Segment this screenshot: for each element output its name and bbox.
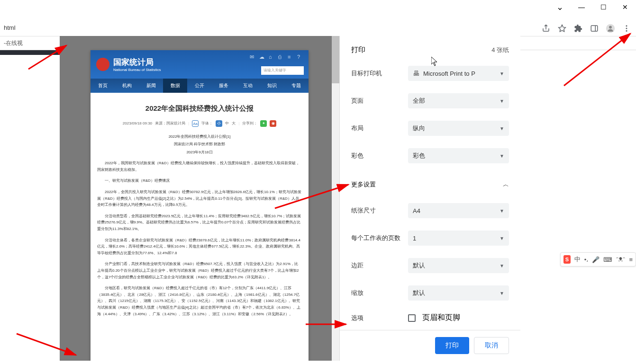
paper-size-select[interactable]: A4 ▼ [408,203,509,218]
destination-value: Microsoft Print to P [423,70,475,77]
printer-icon: 🖶 [413,70,419,77]
article-date: 2023/09/18 09:30 [123,120,152,127]
profile-icon[interactable] [606,24,615,33]
share-label: 分享到： [242,120,257,127]
ime-punct-icon[interactable]: •، [584,256,589,263]
sogou-logo-icon[interactable]: S [563,255,571,264]
chevron-down-icon: ▼ [500,236,504,241]
article-subtitle-3: 2023年9月18日 [97,149,302,156]
ime-lang-button[interactable]: 中 [574,255,581,264]
site-nav-item: 知识 [260,79,284,93]
svg-rect-1 [591,26,598,31]
cancel-button[interactable]: 取消 [474,337,509,354]
paper-size-label: 纸张尺寸 [351,206,408,215]
paper-size-value: A4 [413,207,420,214]
weibo-icon: ◉ [270,120,276,127]
article-source: 来源：国家统计局 [155,120,185,127]
print-dialog: 打印 4 张纸 目标打印机 🖶 Microsoft Print to P ▼ 页… [339,36,520,361]
help-icon: ? [297,54,303,60]
article-meta: 2023/09/18 09:30 来源：国家统计局 | Aa 字体： 小 中 大… [97,120,302,127]
ime-voice-icon[interactable]: 🎤 [592,256,600,263]
color-value: 彩色 [413,151,425,160]
scale-value: 默认 [413,289,425,297]
scale-label: 缩放 [351,289,408,297]
extensions-icon[interactable] [573,24,583,33]
window-close-button[interactable]: ✕ [614,0,636,14]
chevron-down-icon: ▼ [500,263,504,268]
menu-icon[interactable] [622,24,631,33]
margins-label: 边距 [351,261,408,270]
print-button[interactable]: 打印 [435,337,469,354]
site-nav-item: 数据 [163,79,187,93]
site-name-cn: 国家统计局 [113,58,154,67]
svg-marker-0 [559,25,566,32]
site-nav-item: 公开 [187,79,211,93]
more-settings-label: 更多设置 [351,180,376,189]
pages-label: 页面 [351,97,408,105]
scale-select[interactable]: 默认 ▼ [408,285,509,301]
wechat-icon: ✦ [260,120,267,127]
preview-scrollbar-thumb[interactable] [332,36,339,83]
preview-page-1: 国家统计局 National Bureau of Statistics ✉ ☁ … [91,50,309,361]
chevron-down-icon: ▼ [500,153,504,159]
print-icon: ⎙ [278,54,284,60]
article-paragraph: 分活动类型看，全国基础研究经费2023.5亿元，比上年增长11.4%；应用研究经… [97,213,302,232]
article-title: 2022年全国科技经费投入统计公报 [97,102,302,115]
margins-select[interactable]: 默认 ▼ [408,258,509,273]
print-title: 打印 [351,45,365,54]
mail-icon: ✉ [250,54,255,60]
bubble-icon: ☁ [259,54,265,60]
site-header: 国家统计局 National Bureau of Statistics ✉ ☁ … [91,50,309,79]
font-large-button: 大 [232,120,236,127]
site-nav-item: 互动 [236,79,260,93]
color-label: 彩色 [351,151,408,160]
site-name-en: National Bureau of Statistics [113,68,161,72]
destination-select[interactable]: 🖶 Microsoft Print to P ▼ [408,66,509,81]
window-maximize-button[interactable]: ☐ [592,0,614,14]
tab-label: -在线视 [4,39,23,47]
star-icon[interactable] [557,24,567,33]
ime-menu-icon[interactable]: ≡ [629,256,633,263]
window-chevron-icon[interactable]: ⌄ [549,0,571,14]
pages-per-sheet-label: 每个工作表的页数 [351,234,408,242]
sidepanel-icon[interactable] [590,24,599,33]
site-nav-item: 机构 [115,79,139,93]
print-dialog-footer: 打印 取消 [340,330,520,361]
options-label: 选项 [351,314,408,322]
pages-per-sheet-select[interactable]: 1 ▼ [408,231,509,246]
url-fragment: html [4,24,16,31]
preview-scrollbar-track[interactable] [332,36,339,361]
ime-keyboard-icon[interactable]: ⌨ [603,256,612,263]
layout-select[interactable]: 纵向 ▼ [408,121,509,136]
window-minimize-button[interactable]: — [571,0,592,14]
site-logo-icon [96,58,109,71]
headers-footers-label: 页眉和页脚 [422,313,460,323]
site-header-icons: ✉ ☁ ⌂ ⎙ ≡ ? [250,54,303,60]
article-paragraph: 分活动主体看，各类企业研究与试验发展（R&D）经费23878.6亿元，比上年增长… [97,237,302,257]
font-small-button: 小 [216,120,222,127]
print-preview-pane: 国家统计局 National Bureau of Statistics ✉ ☁ … [60,36,339,361]
article-paragraph: 2022年，全国共投入研究与试验发展（R&D）经费30782.9亿元，比上年增加… [97,189,302,208]
article-paragraph: 分地区看，研究与试验发展（R&D）经费投入超过千亿元的省（市）有12个，分别为广… [97,285,302,317]
share-icon[interactable] [541,24,551,33]
site-search-input: 请输入关键字 [261,66,304,75]
more-settings-toggle[interactable]: 更多设置 ︿ [351,176,509,194]
article-paragraph: 2022年，我国研究与试验发展（R&D）经费投入继续保持较快增长，投入强度持续提… [97,160,302,173]
destination-label: 目标打印机 [351,69,408,78]
ime-toolbar[interactable]: S 中 •، 🎤 ⌨ ᵔᴥᵔ ≡ [560,252,636,266]
home-icon: ⌂ [269,54,274,60]
window-controls: ⌄ — ☐ ✕ [549,0,636,14]
layout-value: 纵向 [413,124,425,133]
chevron-up-icon: ︿ [503,180,509,189]
article-paragraph: 一、研究与试验发展（R&D）经费情况 [97,178,302,184]
font-aa-icon: Aa [192,120,199,127]
site-nav-item: 首页 [91,79,115,93]
pages-select[interactable]: 全部 ▼ [408,93,509,108]
headers-footers-checkbox[interactable] [408,314,416,322]
chevron-down-icon: ▼ [500,208,504,213]
color-select[interactable]: 彩色 ▼ [408,148,509,163]
site-nav-item: 新闻 [139,79,163,93]
print-dialog-header: 打印 4 张纸 [340,36,520,66]
margins-value: 默认 [413,261,425,270]
ime-mascot-icon[interactable]: ᵔᴥᵔ [616,256,625,263]
